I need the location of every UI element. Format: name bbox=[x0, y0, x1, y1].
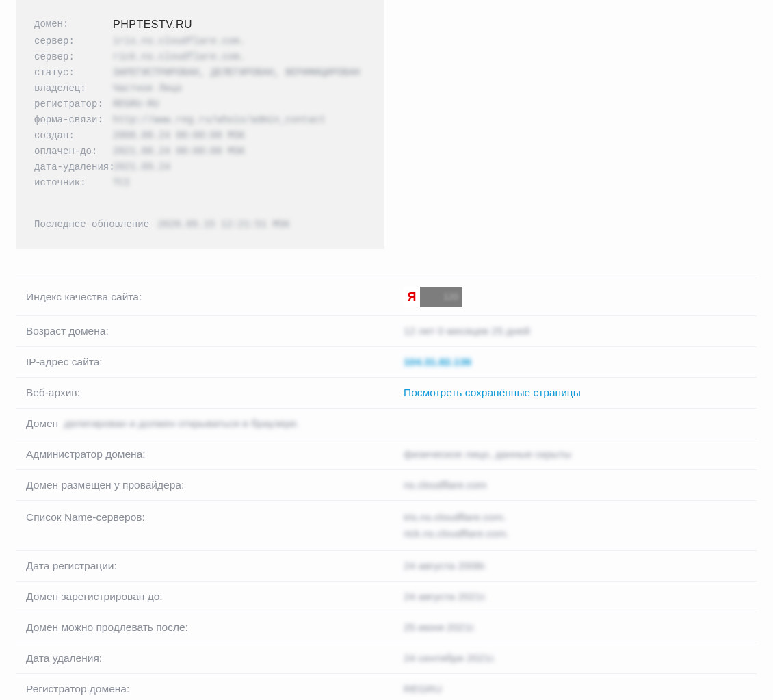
whois-value-source: TCI bbox=[113, 175, 130, 191]
row-domain-age: Возраст домена: 12 лет 0 месяцев 25 дней bbox=[16, 316, 757, 347]
whois-label-server1: сервер: bbox=[34, 34, 113, 49]
registrar-value: REGRU bbox=[404, 683, 442, 695]
row-quality-index: Индекс качества сайта: Я 120 bbox=[16, 278, 757, 316]
nameservers-label: Список Name-серверов: bbox=[26, 510, 404, 524]
renew-after-label: Домен можно продлевать после: bbox=[26, 621, 404, 634]
whois-label-created: создан: bbox=[34, 128, 113, 144]
whois-label-paid-till: оплачен-до: bbox=[34, 144, 113, 159]
domain-status-prefix: Домен bbox=[26, 417, 58, 429]
row-registrar: Регистратор домена: REGRU bbox=[16, 674, 757, 700]
yandex-quality-badge: Я 120 bbox=[404, 287, 462, 307]
whois-value-registrar: REGRU-RU bbox=[113, 96, 159, 112]
row-reg-date: Дата регистрации: 24 августа 2008г. bbox=[16, 551, 757, 582]
domain-status-rest: делегирован и должен открываться в брауз… bbox=[64, 417, 299, 429]
reg-until-label: Домен зарегистрирован до: bbox=[26, 590, 404, 604]
whois-label-registrar: регистратор: bbox=[34, 96, 113, 112]
delete-date-label: Дата удаления: bbox=[26, 651, 404, 665]
row-provider: Домен размещен у провайдера: ns.cloudfla… bbox=[16, 470, 757, 501]
row-renew-after: Домен можно продлевать после: 25 июня 20… bbox=[16, 612, 757, 643]
row-ip: IP-адрес сайта: 104.31.82.136 bbox=[16, 347, 757, 378]
whois-value-server1: iris.ns.cloudflare.com. bbox=[113, 34, 245, 49]
admin-value: физическое лицо, данные скрыты bbox=[404, 448, 571, 460]
whois-value-paid-till: 2021.08.24 00:00:00 MSK bbox=[113, 144, 245, 159]
row-webarchive: Веб-архив: Посмотреть сохранённые страни… bbox=[16, 378, 757, 409]
whois-value-owner: Частное Лицо bbox=[113, 81, 182, 96]
provider-value: ns.cloudflare.com bbox=[404, 479, 486, 491]
whois-label-status: статус: bbox=[34, 65, 113, 81]
nameservers-values: iris.ns.cloudflare.com. rick.ns.cloudfla… bbox=[404, 510, 751, 541]
row-admin: Администратор домена: физическое лицо, д… bbox=[16, 439, 757, 470]
reg-date-value: 24 августа 2008г. bbox=[404, 560, 487, 571]
ip-label: IP-адрес сайта: bbox=[26, 355, 404, 369]
whois-label-delete-date: дата-удаления: bbox=[34, 159, 113, 175]
nameserver-1: iris.ns.cloudflare.com. bbox=[404, 510, 751, 524]
renew-after-value: 25 июня 2021г. bbox=[404, 621, 476, 633]
row-domain-status: Домен делегирован и должен открываться в… bbox=[16, 409, 757, 439]
ip-value[interactable]: 104.31.82.136 bbox=[404, 356, 471, 367]
domain-age-label: Возраст домена: bbox=[26, 324, 404, 338]
webarchive-label: Веб-архив: bbox=[26, 386, 404, 400]
whois-label-contact-form: форма-связи: bbox=[34, 112, 113, 128]
whois-value-status: ЗАРЕГИСТРИРОВАН, ДЕЛЕГИРОВАН, ВЕРИФИЦИРО… bbox=[113, 65, 360, 81]
webarchive-link[interactable]: Посмотреть сохранённые страницы bbox=[404, 387, 581, 398]
whois-footer-value: 2020.09.15 12:21:51 MSK bbox=[157, 219, 289, 230]
row-reg-until: Домен зарегистрирован до: 24 августа 202… bbox=[16, 582, 757, 612]
reg-until-value: 24 августа 2021г. bbox=[404, 591, 487, 602]
delete-date-value: 24 сентября 2021г. bbox=[404, 652, 496, 664]
whois-value-domain: PHPTESTV.RU bbox=[113, 16, 192, 32]
row-nameservers: Список Name-серверов: iris.ns.cloudflare… bbox=[16, 501, 757, 551]
whois-value-server2: rick.ns.cloudflare.com. bbox=[113, 49, 245, 65]
registrar-label: Регистратор домена: bbox=[26, 682, 404, 696]
whois-footer: Последнее обновление 2020.09.15 12:21:51… bbox=[34, 217, 367, 233]
whois-label-domain: домен: bbox=[34, 16, 113, 32]
whois-footer-label: Последнее обновление bbox=[34, 219, 149, 230]
info-table: Индекс качества сайта: Я 120 Возраст дом… bbox=[16, 278, 757, 700]
provider-label: Домен размещен у провайдера: bbox=[26, 478, 404, 492]
whois-value-delete-date: 2021.09.24 bbox=[113, 159, 170, 175]
yandex-logo-icon: Я bbox=[404, 287, 420, 307]
whois-block: домен:PHPTESTV.RU сервер:iris.ns.cloudfl… bbox=[16, 0, 384, 249]
whois-value-created: 2008.08.24 00:00:00 MSK bbox=[113, 128, 245, 144]
nameserver-2: rick.ns.cloudflare.com. bbox=[404, 527, 751, 541]
row-delete-date: Дата удаления: 24 сентября 2021г. bbox=[16, 643, 757, 674]
quality-index-label: Индекс качества сайта: bbox=[26, 290, 404, 304]
reg-date-label: Дата регистрации: bbox=[26, 559, 404, 573]
whois-value-contact-form: http://www.reg.ru/whois/admin_contact bbox=[113, 112, 326, 128]
whois-label-source: источник: bbox=[34, 175, 113, 191]
whois-label-owner: владелец: bbox=[34, 81, 113, 96]
whois-label-server2: сервер: bbox=[34, 49, 113, 65]
admin-label: Администратор домена: bbox=[26, 448, 404, 461]
domain-age-value: 12 лет 0 месяцев 25 дней bbox=[404, 325, 530, 337]
yandex-quality-value: 120 bbox=[443, 287, 458, 307]
